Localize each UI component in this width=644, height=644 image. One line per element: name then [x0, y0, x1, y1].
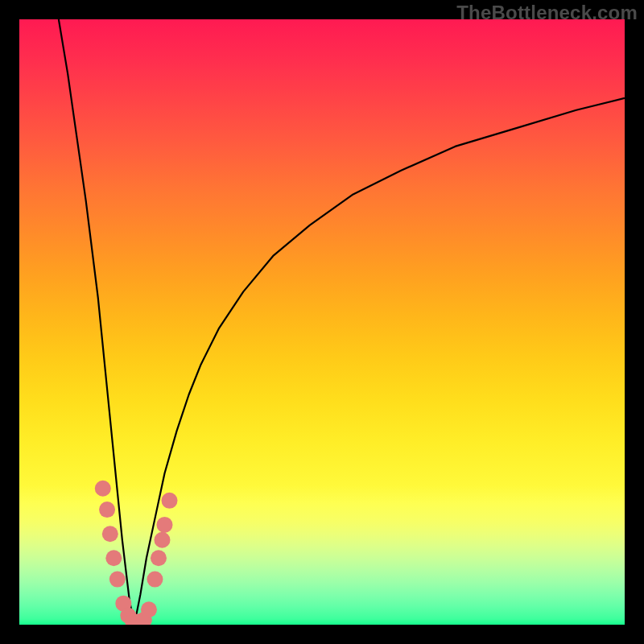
plot-area — [19, 19, 625, 625]
curve-right-branch — [134, 98, 625, 625]
highlight-dot — [105, 550, 122, 566]
curve-left-branch — [59, 19, 134, 625]
highlight-dot — [95, 481, 111, 497]
highlight-dots — [95, 481, 178, 625]
highlight-dot — [141, 601, 157, 617]
watermark-text: TheBottleneck.com — [456, 2, 638, 24]
highlight-dot — [151, 550, 167, 566]
highlight-dot — [162, 493, 178, 509]
chart-frame: TheBottleneck.com — [0, 0, 644, 644]
highlight-dot — [156, 517, 172, 533]
highlight-dot — [99, 502, 115, 518]
curve-layer — [19, 19, 625, 625]
highlight-dot — [154, 532, 170, 548]
highlight-dot — [109, 572, 126, 588]
highlight-dot — [147, 572, 163, 588]
highlight-dot — [102, 526, 118, 542]
